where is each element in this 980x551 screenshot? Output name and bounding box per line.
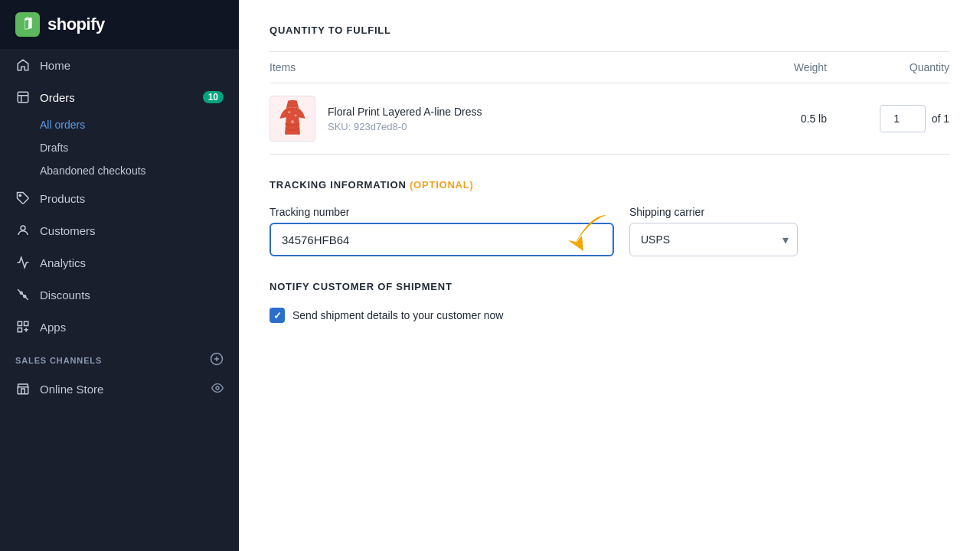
notify-row: ✓ Send shipment details to your customer… xyxy=(270,308,949,323)
items-table-header: Items Weight Quantity xyxy=(270,52,949,83)
item-sku: SKU: 923d7ed8-0 xyxy=(328,121,735,132)
logo-text: shopify xyxy=(47,15,105,34)
svg-point-12 xyxy=(216,386,219,390)
subnav-drafts[interactable]: Drafts xyxy=(40,136,239,159)
quantity-col-header: Quantity xyxy=(827,61,949,73)
sidebar-item-orders[interactable]: Orders 10 xyxy=(0,81,239,113)
add-channel-button[interactable] xyxy=(210,352,224,368)
sidebar-item-discounts[interactable]: Discounts xyxy=(0,279,239,311)
sidebar-item-apps[interactable]: Apps xyxy=(0,311,239,343)
quantity-section-title: QUANTITY TO FULFILL xyxy=(270,24,949,36)
apps-icon xyxy=(15,319,31,334)
weight-col-header: Weight xyxy=(735,61,827,73)
tracking-fields: Tracking number Shipping carrier USPS xyxy=(270,206,949,256)
customers-icon xyxy=(15,223,31,238)
tracking-input-wrapper xyxy=(270,223,614,256)
discounts-icon xyxy=(15,287,31,302)
shipping-carrier-label: Shipping carrier xyxy=(629,206,798,218)
quantity-of: of 1 xyxy=(932,112,949,125)
item-info: Floral Print Layered A-line Dress SKU: 9… xyxy=(328,106,735,132)
table-row: Floral Print Layered A-line Dress SKU: 9… xyxy=(270,83,949,155)
home-icon xyxy=(15,57,31,73)
carrier-select[interactable]: USPS FedEx UPS DHL xyxy=(629,223,798,256)
notify-text: Send shipment details to your customer n… xyxy=(292,309,503,321)
subnav-abandoned-checkouts[interactable]: Abandoned checkouts xyxy=(40,159,239,182)
tracking-title-text: TRACKING INFORMATION xyxy=(270,179,407,191)
subnav-all-orders[interactable]: All orders xyxy=(40,113,239,136)
orders-badge: 10 xyxy=(203,91,224,103)
sidebar-item-apps-label: Apps xyxy=(40,321,66,334)
shopify-logo-icon xyxy=(15,12,40,37)
item-weight: 0.5 lb xyxy=(735,112,827,125)
tracking-section: TRACKING INFORMATION (OPTIONAL) Tracking… xyxy=(270,179,949,256)
quantity-section: QUANTITY TO FULFILL Items Weight Quantit… xyxy=(270,24,949,155)
svg-rect-1 xyxy=(18,92,28,103)
item-name: Floral Print Layered A-line Dress xyxy=(328,106,735,118)
main-content: QUANTITY TO FULFILL Items Weight Quantit… xyxy=(239,0,980,551)
sidebar-item-online-store[interactable]: Online Store xyxy=(0,373,239,405)
orders-subnav: All orders Drafts Abandoned checkouts xyxy=(0,113,239,182)
sidebar-item-products[interactable]: Products xyxy=(0,182,239,214)
sales-channels-label: SALES CHANNELS xyxy=(15,356,102,365)
online-store-icon xyxy=(15,381,31,396)
tracking-number-group: Tracking number xyxy=(270,206,614,256)
online-store-visibility-icon[interactable] xyxy=(211,382,224,396)
sidebar-item-products-label: Products xyxy=(40,192,85,205)
svg-rect-6 xyxy=(18,321,21,325)
analytics-icon xyxy=(15,255,31,270)
tracking-number-input[interactable] xyxy=(270,223,614,256)
svg-point-13 xyxy=(288,111,290,113)
shipping-carrier-group: Shipping carrier USPS FedEx UPS DHL ▾ xyxy=(629,206,798,256)
notify-checkbox[interactable]: ✓ xyxy=(270,308,285,323)
sidebar-item-home[interactable]: Home xyxy=(0,49,239,81)
items-col-header: Items xyxy=(270,61,735,73)
sidebar-nav: Home Orders 10 All orders Drafts Abandon… xyxy=(0,49,239,405)
svg-rect-8 xyxy=(18,328,21,332)
logo-area[interactable]: shopify xyxy=(0,0,239,49)
sales-channels-header: SALES CHANNELS xyxy=(0,343,239,373)
sidebar-item-customers[interactable]: Customers xyxy=(0,214,239,246)
carrier-select-wrapper: USPS FedEx UPS DHL ▾ xyxy=(629,223,798,256)
svg-point-3 xyxy=(21,226,25,230)
sidebar-item-analytics-label: Analytics xyxy=(40,256,86,269)
tracking-optional-label: (OPTIONAL) xyxy=(410,179,474,191)
items-table: Items Weight Quantity xyxy=(270,51,949,155)
products-icon xyxy=(15,191,31,206)
notify-section: NOTIFY CUSTOMER OF SHIPMENT ✓ Send shipm… xyxy=(270,281,949,323)
sku-label: SKU: xyxy=(328,121,351,132)
svg-point-14 xyxy=(295,114,297,116)
svg-rect-7 xyxy=(24,321,28,325)
sidebar-item-analytics[interactable]: Analytics xyxy=(0,246,239,279)
quantity-control: of 1 xyxy=(827,105,949,132)
orders-icon xyxy=(15,90,31,105)
tracking-number-label: Tracking number xyxy=(270,206,614,218)
sidebar: shopify Home Orders 10 All orders Drafts… xyxy=(0,0,239,551)
svg-point-2 xyxy=(19,194,21,196)
sidebar-item-home-label: Home xyxy=(40,59,70,72)
item-image xyxy=(270,96,315,142)
quantity-input[interactable] xyxy=(880,105,926,132)
sidebar-item-customers-label: Customers xyxy=(40,224,96,237)
svg-rect-0 xyxy=(15,12,40,37)
sidebar-item-orders-label: Orders xyxy=(40,91,75,104)
sidebar-item-online-store-label: Online Store xyxy=(40,383,103,396)
svg-point-15 xyxy=(291,120,294,123)
tracking-section-title: TRACKING INFORMATION (OPTIONAL) xyxy=(270,179,949,191)
sidebar-item-discounts-label: Discounts xyxy=(40,289,90,302)
checkmark-icon: ✓ xyxy=(273,310,282,321)
sku-value: 923d7ed8-0 xyxy=(354,121,407,132)
notify-section-title: NOTIFY CUSTOMER OF SHIPMENT xyxy=(270,281,949,292)
dress-illustration xyxy=(273,99,312,138)
